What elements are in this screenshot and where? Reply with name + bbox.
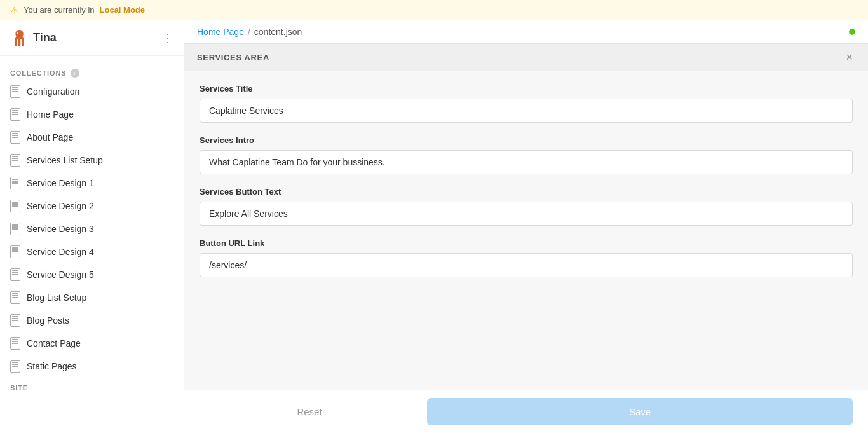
sidebar-item-label: Configuration (27, 86, 79, 97)
doc-icon (10, 108, 20, 121)
sidebar-item-label: Service Design 5 (27, 270, 94, 280)
sidebar-item-label: Service Design 1 (27, 178, 94, 188)
sidebar-menu-icon[interactable]: ⋮ (162, 31, 173, 45)
sidebar-item-static-pages[interactable]: Static Pages (0, 355, 184, 378)
sidebar-item-configuration[interactable]: Configuration (0, 80, 184, 103)
svg-point-0 (17, 32, 18, 34)
doc-icon (10, 223, 20, 235)
sidebar-item-about-page[interactable]: About Page (0, 126, 184, 149)
breadcrumb-bar: Home Page / content.json (184, 20, 868, 44)
sidebar-body: COLLECTIONS i Configuration Home Page Ab… (0, 56, 184, 433)
sidebar-item-blog-posts[interactable]: Blog Posts (0, 309, 184, 332)
sidebar-item-label: Contact Page (27, 338, 81, 348)
services-button-text-label: Services Button Text (200, 187, 853, 196)
sidebar-header: Tina ⋮ (0, 20, 184, 56)
sidebar-item-contact-page[interactable]: Contact Page (0, 332, 184, 355)
form-footer: Reset Save (184, 390, 868, 433)
collections-label: COLLECTIONS i (0, 64, 184, 80)
services-intro-input[interactable] (200, 150, 853, 174)
sidebar-item-label: About Page (27, 132, 73, 142)
brand: Tina (10, 29, 57, 47)
breadcrumb-current: content.json (254, 27, 302, 37)
form-panel: SERVICES AREA × Services Title Services … (184, 44, 868, 433)
sidebar-item-home-page[interactable]: Home Page (0, 103, 184, 126)
form-panel-title: SERVICES AREA (197, 53, 269, 62)
services-button-text-input[interactable] (200, 202, 853, 226)
sidebar-item-service-design-3[interactable]: Service Design 3 (0, 217, 184, 240)
breadcrumb: Home Page / content.json (197, 27, 302, 37)
services-intro-label: Services Intro (200, 135, 853, 145)
form-body: Services Title Services Intro Services B… (184, 71, 868, 390)
sidebar-item-service-design-1[interactable]: Service Design 1 (0, 172, 184, 195)
button-url-link-input[interactable] (200, 253, 853, 277)
doc-icon (10, 245, 20, 258)
sidebar-item-service-design-2[interactable]: Service Design 2 (0, 195, 184, 217)
sidebar-item-label: Static Pages (27, 361, 77, 371)
doc-icon (10, 131, 20, 144)
reset-button[interactable]: Reset (200, 399, 419, 425)
brand-name: Tina (33, 31, 57, 45)
banner-text: You are currently in (24, 5, 95, 15)
doc-icon (10, 268, 20, 281)
doc-icon (10, 314, 20, 327)
sidebar-item-label: Service Design 2 (27, 201, 94, 211)
breadcrumb-parent-link[interactable]: Home Page (197, 27, 244, 37)
form-group-services-title: Services Title (200, 84, 853, 123)
services-title-label: Services Title (200, 84, 853, 93)
main-content: Home Page / content.json SERVICES AREA ×… (184, 20, 868, 433)
doc-icon (10, 154, 20, 167)
doc-icon (10, 337, 20, 350)
sidebar-item-label: Service Design 4 (27, 247, 94, 257)
sidebar-item-blog-list-setup[interactable]: Blog List Setup (0, 286, 184, 309)
sidebar-item-label: Service Design 3 (27, 224, 94, 234)
sidebar-item-services-list-setup[interactable]: Services List Setup (0, 149, 184, 172)
services-title-input[interactable] (200, 99, 853, 123)
doc-icon (10, 360, 20, 373)
sidebar-item-label: Services List Setup (27, 155, 103, 165)
doc-icon (10, 177, 20, 189)
sidebar-item-service-design-5[interactable]: Service Design 5 (0, 263, 184, 286)
close-button[interactable]: × (843, 52, 855, 63)
form-group-services-intro: Services Intro (200, 135, 853, 174)
warning-icon: ⚠ (10, 5, 18, 15)
collections-info-icon[interactable]: i (71, 69, 79, 78)
sidebar-item-label: Blog Posts (27, 315, 69, 326)
mode-label: Local Mode (100, 5, 146, 15)
llama-icon (10, 29, 28, 47)
form-panel-header: SERVICES AREA × (184, 44, 868, 71)
breadcrumb-separator: / (248, 27, 250, 37)
sidebar: Tina ⋮ COLLECTIONS i Configuration Home … (0, 20, 184, 433)
doc-icon (10, 291, 20, 304)
button-url-link-label: Button URL Link (200, 238, 853, 248)
form-group-button-url-link: Button URL Link (200, 238, 853, 277)
sidebar-item-service-design-4[interactable]: Service Design 4 (0, 240, 184, 263)
sidebar-item-label: Home Page (27, 109, 74, 120)
form-group-services-button-text: Services Button Text (200, 187, 853, 226)
sidebar-item-label: Blog List Setup (27, 292, 86, 303)
save-button[interactable]: Save (427, 398, 853, 425)
status-indicator (849, 29, 855, 35)
doc-icon (10, 85, 20, 98)
doc-icon (10, 200, 20, 212)
site-section-label: SITE (0, 378, 184, 394)
local-mode-banner: ⚠ You are currently in Local Mode (0, 0, 868, 20)
